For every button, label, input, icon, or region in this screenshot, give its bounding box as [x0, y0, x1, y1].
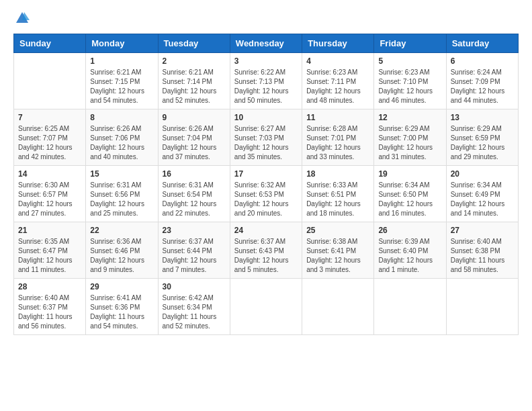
day-info: Sunrise: 6:31 AM Sunset: 6:56 PM Dayligh… — [90, 181, 153, 218]
day-info: Sunrise: 6:23 AM Sunset: 7:11 PM Dayligh… — [306, 68, 369, 105]
day-info: Sunrise: 6:22 AM Sunset: 7:13 PM Dayligh… — [234, 68, 298, 105]
week-row-3: 21 Sunrise: 6:35 AM Sunset: 6:47 PM Dayl… — [14, 222, 519, 279]
day-number: 15 — [90, 169, 153, 179]
day-number: 21 — [18, 226, 81, 235]
calendar-cell — [446, 279, 518, 335]
day-info: Sunrise: 6:37 AM Sunset: 6:44 PM Dayligh… — [163, 237, 226, 275]
header-tuesday: Tuesday — [158, 34, 230, 53]
calendar-cell: 6 Sunrise: 6:24 AM Sunset: 7:09 PM Dayli… — [446, 53, 518, 109]
calendar-cell — [230, 279, 302, 335]
day-number: 30 — [163, 282, 226, 291]
day-number: 10 — [234, 113, 298, 122]
day-info: Sunrise: 6:34 AM Sunset: 6:50 PM Dayligh… — [378, 181, 441, 218]
day-info: Sunrise: 6:37 AM Sunset: 6:43 PM Dayligh… — [234, 237, 298, 275]
day-info: Sunrise: 6:39 AM Sunset: 6:40 PM Dayligh… — [378, 237, 441, 275]
calendar-cell: 5 Sunrise: 6:23 AM Sunset: 7:10 PM Dayli… — [374, 53, 446, 109]
calendar-cell: 30 Sunrise: 6:42 AM Sunset: 6:34 PM Dayl… — [158, 279, 230, 335]
day-number: 28 — [18, 282, 81, 291]
calendar-cell: 15 Sunrise: 6:31 AM Sunset: 6:56 PM Dayl… — [86, 166, 158, 222]
calendar-cell — [302, 279, 374, 335]
day-info: Sunrise: 6:29 AM Sunset: 7:00 PM Dayligh… — [378, 124, 441, 162]
calendar: SundayMondayTuesdayWednesdayThursdayFrid… — [13, 34, 519, 335]
day-number: 14 — [18, 169, 81, 179]
calendar-cell: 24 Sunrise: 6:37 AM Sunset: 6:43 PM Dayl… — [230, 222, 302, 279]
day-number: 26 — [378, 226, 441, 235]
day-number: 19 — [378, 169, 441, 179]
day-number: 4 — [306, 56, 369, 66]
day-info: Sunrise: 6:32 AM Sunset: 6:53 PM Dayligh… — [234, 181, 298, 218]
svg-marker-1 — [22, 12, 30, 20]
day-info: Sunrise: 6:29 AM Sunset: 6:59 PM Dayligh… — [451, 124, 514, 162]
day-info: Sunrise: 6:23 AM Sunset: 7:10 PM Dayligh… — [378, 68, 441, 105]
day-number: 3 — [234, 56, 298, 66]
header-sunday: Sunday — [14, 34, 86, 53]
calendar-cell: 20 Sunrise: 6:34 AM Sunset: 6:49 PM Dayl… — [446, 166, 518, 222]
day-info: Sunrise: 6:35 AM Sunset: 6:47 PM Dayligh… — [18, 237, 81, 275]
calendar-cell: 23 Sunrise: 6:37 AM Sunset: 6:44 PM Dayl… — [158, 222, 230, 279]
calendar-cell: 2 Sunrise: 6:21 AM Sunset: 7:14 PM Dayli… — [158, 53, 230, 109]
calendar-cell: 16 Sunrise: 6:31 AM Sunset: 6:54 PM Dayl… — [158, 166, 230, 222]
header-saturday: Saturday — [446, 34, 518, 53]
week-row-2: 14 Sunrise: 6:30 AM Sunset: 6:57 PM Dayl… — [14, 166, 519, 222]
day-info: Sunrise: 6:36 AM Sunset: 6:46 PM Dayligh… — [90, 237, 153, 275]
day-number: 27 — [451, 226, 514, 235]
day-info: Sunrise: 6:27 AM Sunset: 7:03 PM Dayligh… — [234, 124, 298, 162]
day-number: 17 — [234, 169, 298, 179]
week-row-4: 28 Sunrise: 6:40 AM Sunset: 6:37 PM Dayl… — [14, 279, 519, 335]
calendar-cell: 3 Sunrise: 6:22 AM Sunset: 7:13 PM Dayli… — [230, 53, 302, 109]
logo-icon — [15, 11, 30, 26]
calendar-cell: 25 Sunrise: 6:38 AM Sunset: 6:41 PM Dayl… — [302, 222, 374, 279]
day-info: Sunrise: 6:25 AM Sunset: 7:07 PM Dayligh… — [18, 124, 81, 162]
day-info: Sunrise: 6:26 AM Sunset: 7:06 PM Dayligh… — [90, 124, 153, 162]
day-number: 12 — [378, 113, 441, 122]
day-number: 11 — [306, 113, 369, 122]
calendar-cell — [14, 53, 86, 109]
header — [13, 13, 519, 23]
calendar-cell: 1 Sunrise: 6:21 AM Sunset: 7:15 PM Dayli… — [86, 53, 158, 109]
calendar-cell: 17 Sunrise: 6:32 AM Sunset: 6:53 PM Dayl… — [230, 166, 302, 222]
calendar-cell: 11 Sunrise: 6:28 AM Sunset: 7:01 PM Dayl… — [302, 109, 374, 166]
day-info: Sunrise: 6:21 AM Sunset: 7:14 PM Dayligh… — [163, 68, 226, 105]
week-row-0: 1 Sunrise: 6:21 AM Sunset: 7:15 PM Dayli… — [14, 53, 519, 109]
calendar-cell: 27 Sunrise: 6:40 AM Sunset: 6:38 PM Dayl… — [446, 222, 518, 279]
day-info: Sunrise: 6:26 AM Sunset: 7:04 PM Dayligh… — [163, 124, 226, 162]
calendar-cell: 28 Sunrise: 6:40 AM Sunset: 6:37 PM Dayl… — [14, 279, 86, 335]
calendar-cell: 12 Sunrise: 6:29 AM Sunset: 7:00 PM Dayl… — [374, 109, 446, 166]
calendar-cell: 29 Sunrise: 6:41 AM Sunset: 6:36 PM Dayl… — [86, 279, 158, 335]
calendar-cell: 14 Sunrise: 6:30 AM Sunset: 6:57 PM Dayl… — [14, 166, 86, 222]
calendar-header-row: SundayMondayTuesdayWednesdayThursdayFrid… — [14, 34, 519, 53]
day-info: Sunrise: 6:40 AM Sunset: 6:37 PM Dayligh… — [18, 293, 81, 331]
calendar-cell: 7 Sunrise: 6:25 AM Sunset: 7:07 PM Dayli… — [14, 109, 86, 166]
day-info: Sunrise: 6:42 AM Sunset: 6:34 PM Dayligh… — [163, 293, 226, 331]
week-row-1: 7 Sunrise: 6:25 AM Sunset: 7:07 PM Dayli… — [14, 109, 519, 166]
calendar-cell: 9 Sunrise: 6:26 AM Sunset: 7:04 PM Dayli… — [158, 109, 230, 166]
calendar-cell: 26 Sunrise: 6:39 AM Sunset: 6:40 PM Dayl… — [374, 222, 446, 279]
calendar-cell: 21 Sunrise: 6:35 AM Sunset: 6:47 PM Dayl… — [14, 222, 86, 279]
day-number: 5 — [378, 56, 441, 66]
day-number: 18 — [306, 169, 369, 179]
calendar-cell: 8 Sunrise: 6:26 AM Sunset: 7:06 PM Dayli… — [86, 109, 158, 166]
day-number: 7 — [18, 113, 81, 122]
calendar-cell: 4 Sunrise: 6:23 AM Sunset: 7:11 PM Dayli… — [302, 53, 374, 109]
day-number: 20 — [451, 169, 514, 179]
calendar-cell: 19 Sunrise: 6:34 AM Sunset: 6:50 PM Dayl… — [374, 166, 446, 222]
day-number: 13 — [451, 113, 514, 122]
day-info: Sunrise: 6:24 AM Sunset: 7:09 PM Dayligh… — [451, 68, 514, 105]
calendar-cell: 13 Sunrise: 6:29 AM Sunset: 6:59 PM Dayl… — [446, 109, 518, 166]
header-friday: Friday — [374, 34, 446, 53]
day-info: Sunrise: 6:40 AM Sunset: 6:38 PM Dayligh… — [451, 237, 514, 275]
header-wednesday: Wednesday — [230, 34, 302, 53]
day-number: 6 — [451, 56, 514, 66]
day-number: 29 — [90, 282, 153, 291]
day-info: Sunrise: 6:41 AM Sunset: 6:36 PM Dayligh… — [90, 293, 153, 331]
day-number: 9 — [163, 113, 226, 122]
day-number: 8 — [90, 113, 153, 122]
day-number: 24 — [234, 226, 298, 235]
day-info: Sunrise: 6:31 AM Sunset: 6:54 PM Dayligh… — [163, 181, 226, 218]
day-number: 16 — [163, 169, 226, 179]
day-info: Sunrise: 6:34 AM Sunset: 6:49 PM Dayligh… — [451, 181, 514, 218]
day-number: 25 — [306, 226, 369, 235]
day-number: 22 — [90, 226, 153, 235]
day-info: Sunrise: 6:33 AM Sunset: 6:51 PM Dayligh… — [306, 181, 369, 218]
day-number: 1 — [90, 56, 153, 66]
